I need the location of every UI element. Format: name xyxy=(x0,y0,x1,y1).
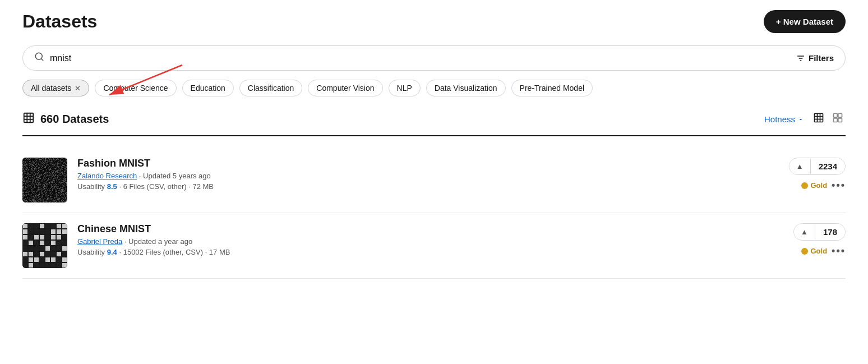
dataset-name[interactable]: Fashion MNIST xyxy=(77,158,789,169)
results-count-label: 660 Datasets xyxy=(40,113,109,126)
tag-cs[interactable]: Computer Science xyxy=(95,80,176,96)
gold-dot-icon xyxy=(801,182,808,189)
tag-label: NLP xyxy=(397,84,412,93)
vote-box: ▲ 2234 xyxy=(789,158,846,175)
search-icon xyxy=(34,52,44,64)
svg-rect-12 xyxy=(815,114,823,122)
vote-count: 2234 xyxy=(811,158,845,174)
gold-badge: Gold xyxy=(801,247,827,255)
gold-badge: Gold xyxy=(801,181,827,190)
vote-box: ▲ 178 xyxy=(793,223,846,241)
more-options-button[interactable]: ••• xyxy=(832,245,846,257)
filters-button[interactable]: Filters xyxy=(796,53,834,63)
dataset-thumbnail xyxy=(22,158,67,202)
new-dataset-button[interactable]: + New Dataset xyxy=(764,10,846,33)
svg-rect-7 xyxy=(24,113,34,123)
tag-edu[interactable]: Education xyxy=(182,80,234,96)
tag-cv[interactable]: Computer Vision xyxy=(308,80,382,96)
dataset-meta: Usability 9.4 · 15002 Files (other, CSV)… xyxy=(77,248,793,256)
tag-label: All datasets xyxy=(31,84,71,93)
sort-label: Hotness xyxy=(764,114,795,124)
tag-label: Pre-Trained Model xyxy=(520,84,584,93)
more-options-button[interactable]: ••• xyxy=(832,179,846,191)
dataset-item: Chinese MNIST Gabriel Preda · Updated a … xyxy=(22,213,846,279)
search-bar-container: Filters xyxy=(22,45,846,71)
list-view-button[interactable] xyxy=(811,110,827,128)
tag-label: Education xyxy=(191,84,225,93)
svg-rect-17 xyxy=(834,114,838,118)
svg-line-1 xyxy=(41,58,43,60)
dataset-name[interactable]: Chinese MNIST xyxy=(77,223,793,235)
tag-close-icon[interactable]: ✕ xyxy=(75,84,81,93)
svg-rect-18 xyxy=(838,114,842,118)
dataset-list: Fashion MNIST Zalando Research · Updated… xyxy=(22,148,846,279)
vote-count: 178 xyxy=(815,224,845,240)
filters-label: Filters xyxy=(809,53,834,63)
results-section: 660 Datasets Hotness Fashion MNIST Zalan… xyxy=(0,96,868,279)
vote-up-button[interactable]: ▲ xyxy=(794,224,815,239)
tag-all[interactable]: All datasets✕ xyxy=(22,80,89,96)
tag-label: Computer Science xyxy=(103,84,168,93)
tag-label: Computer Vision xyxy=(316,84,374,93)
tag-dv[interactable]: Data Visualization xyxy=(426,80,506,96)
badge-row: Gold ••• xyxy=(801,245,846,257)
vote-up-button[interactable]: ▲ xyxy=(789,159,811,174)
dataset-actions: ▲ 178 Gold ••• xyxy=(793,223,846,257)
search-input[interactable] xyxy=(50,53,796,63)
tag-nlp[interactable]: NLP xyxy=(389,80,421,96)
tag-label: Data Visualization xyxy=(435,84,497,93)
dataset-actions: ▲ 2234 Gold ••• xyxy=(789,158,846,191)
gold-dot-icon xyxy=(801,248,808,255)
view-toggle xyxy=(811,110,846,128)
page-title: Datasets xyxy=(22,11,97,32)
search-section: Filters xyxy=(0,39,868,71)
tag-pt[interactable]: Pre-Trained Model xyxy=(511,80,593,96)
dataset-author: Zalando Research · Updated 5 years ago xyxy=(77,172,789,180)
top-bar: Datasets + New Dataset xyxy=(0,0,868,39)
dataset-thumbnail xyxy=(22,223,67,268)
dataset-meta: Usability 8.5 · 6 Files (CSV, other) · 7… xyxy=(77,182,789,191)
tags-section: All datasets✕Computer ScienceEducationCl… xyxy=(0,71,868,96)
grid-view-button[interactable] xyxy=(830,110,846,128)
dataset-info: Chinese MNIST Gabriel Preda · Updated a … xyxy=(77,223,793,256)
sort-controls: Hotness xyxy=(764,110,846,128)
dataset-info: Fashion MNIST Zalando Research · Updated… xyxy=(77,158,789,191)
sort-hotness-button[interactable]: Hotness xyxy=(764,114,804,124)
results-header: 660 Datasets Hotness xyxy=(22,110,846,136)
results-count-area: 660 Datasets xyxy=(22,112,109,127)
svg-rect-20 xyxy=(838,118,842,122)
svg-rect-19 xyxy=(834,118,838,122)
dataset-item: Fashion MNIST Zalando Research · Updated… xyxy=(22,148,846,213)
dataset-author: Gabriel Preda · Updated a year ago xyxy=(77,237,793,246)
tag-label: Classification xyxy=(248,84,294,93)
table-icon xyxy=(22,112,35,127)
tag-cls[interactable]: Classification xyxy=(239,80,302,96)
badge-row: Gold ••• xyxy=(801,179,846,191)
